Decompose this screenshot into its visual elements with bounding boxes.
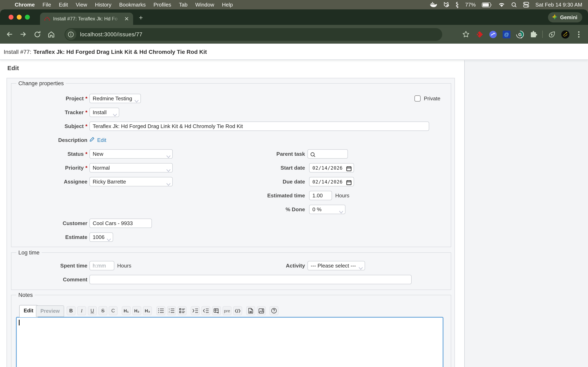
- menu-window[interactable]: Window: [195, 2, 214, 8]
- menu-chrome[interactable]: Chrome: [15, 2, 35, 8]
- done-ratio-select[interactable]: 0 %: [309, 205, 346, 214]
- chrome-menu-icon[interactable]: [574, 30, 583, 39]
- indent-button[interactable]: [191, 306, 200, 315]
- control-center-icon[interactable]: [523, 2, 529, 8]
- description-edit-link[interactable]: Edit: [89, 135, 106, 145]
- spotlight-search-icon[interactable]: [511, 2, 517, 8]
- text-cursor: [19, 320, 19, 325]
- attach-file-button[interactable]: [246, 306, 255, 315]
- docker-icon[interactable]: [430, 2, 437, 8]
- spent-time-input[interactable]: h:mm: [89, 261, 114, 270]
- description-row: Description Edit: [11, 135, 451, 145]
- comment-input[interactable]: [89, 275, 412, 284]
- minimize-window-button[interactable]: [17, 15, 22, 20]
- gemini-button[interactable]: Gemini: [548, 12, 582, 22]
- pencil-icon: [89, 135, 95, 145]
- ordered-list-button[interactable]: 12: [167, 306, 176, 315]
- insert-table-button[interactable]: [212, 306, 221, 315]
- due-date-input[interactable]: 02/14/2026: [309, 177, 354, 186]
- chevron-down-icon: [166, 180, 171, 186]
- bold-button[interactable]: B: [67, 306, 76, 315]
- back-button[interactable]: [2, 30, 16, 38]
- calendar-icon[interactable]: [346, 165, 352, 173]
- start-date-label: Start date: [223, 163, 305, 173]
- menu-edit[interactable]: Edit: [59, 2, 68, 8]
- notes-tab-preview[interactable]: Preview: [36, 305, 64, 317]
- battery-percent: 77%: [465, 2, 476, 8]
- parent-task-input[interactable]: [307, 149, 348, 159]
- menu-view[interactable]: View: [76, 2, 87, 8]
- unordered-list-button[interactable]: [156, 306, 165, 315]
- zoom-window-button[interactable]: [25, 15, 30, 20]
- start-date-input[interactable]: 02/14/2026: [309, 163, 354, 173]
- priority-select[interactable]: Normal: [89, 163, 173, 173]
- menubar-clock[interactable]: Sat Feb 14 9:30 AM: [535, 2, 582, 8]
- notes-tab-edit[interactable]: Edit: [19, 305, 38, 317]
- extension-icon-1[interactable]: [475, 30, 484, 39]
- preformatted-button[interactable]: pre: [223, 306, 232, 315]
- spent-time-row: Spent time h:mm Hours Activity --- Pleas…: [11, 261, 451, 270]
- inline-code-button[interactable]: C: [109, 306, 118, 315]
- chevron-down-icon: [339, 208, 343, 214]
- description-label: Description: [11, 135, 87, 145]
- italic-button[interactable]: I: [77, 306, 86, 315]
- gemini-label: Gemini: [560, 15, 577, 20]
- svg-text:2: 2: [169, 311, 170, 313]
- heading3-button[interactable]: H₃: [143, 306, 152, 315]
- performance-leaf-icon[interactable]: [547, 30, 556, 39]
- toolbar-divider: [542, 31, 543, 38]
- menu-bookmarks[interactable]: Bookmarks: [119, 2, 146, 8]
- assignee-select[interactable]: Ricky Barrette: [89, 177, 173, 186]
- extension-icon-2[interactable]: [488, 30, 497, 39]
- activity-select[interactable]: --- Please select ---: [307, 261, 365, 270]
- new-tab-button[interactable]: +: [139, 14, 143, 21]
- insert-image-button[interactable]: [257, 306, 266, 315]
- strikethrough-button[interactable]: S: [98, 306, 107, 315]
- definition-list-button[interactable]: [178, 306, 187, 315]
- calendar-icon[interactable]: [346, 179, 352, 186]
- issue-title: Teraflex Jk: Hd Forged Drag Link Kit & H…: [33, 48, 207, 55]
- chevron-down-icon: [134, 97, 139, 103]
- menu-history[interactable]: History: [95, 2, 112, 8]
- help-button[interactable]: [269, 306, 278, 315]
- subject-input[interactable]: Teraflex Jk: Hd Forged Drag Link Kit & H…: [89, 122, 429, 131]
- code-block-button[interactable]: [233, 306, 242, 315]
- notes-textarea[interactable]: [16, 317, 443, 367]
- grammarly-icon[interactable]: G: [515, 30, 524, 39]
- tracker-select[interactable]: Install: [89, 108, 119, 117]
- bookmark-star-icon[interactable]: [461, 30, 470, 39]
- tab-close-icon[interactable]: ✕: [123, 16, 130, 22]
- home-button[interactable]: [44, 30, 58, 38]
- comment-label: Comment: [11, 275, 87, 284]
- project-select[interactable]: Redmine Testing: [89, 94, 141, 103]
- heading2-button[interactable]: H₂: [132, 306, 141, 315]
- estimate-select[interactable]: 1006: [89, 233, 113, 242]
- status-select[interactable]: New: [89, 149, 173, 159]
- browser-tab[interactable]: Install #77: Teraflex Jk: Hd Fo ✕: [40, 13, 133, 25]
- address-bar[interactable]: localhost:3000/issues/77: [65, 28, 442, 41]
- menu-profiles[interactable]: Profiles: [154, 2, 171, 8]
- profile-avatar[interactable]: [561, 30, 570, 39]
- reload-button[interactable]: [30, 30, 44, 38]
- outdent-button[interactable]: [201, 306, 210, 315]
- estimated-time-input[interactable]: 1.00: [309, 191, 332, 200]
- heading1-button[interactable]: H₁: [122, 306, 131, 315]
- redmine-favicon: [44, 15, 50, 22]
- menu-file[interactable]: File: [43, 2, 51, 8]
- private-checkbox[interactable]: [415, 95, 421, 101]
- menu-tab[interactable]: Tab: [179, 2, 188, 8]
- menubar-app-icon-2[interactable]: [455, 1, 459, 8]
- site-info-icon[interactable]: [65, 29, 76, 40]
- extension-icon-3[interactable]: @: [502, 30, 511, 39]
- customer-input[interactable]: Cool Cars - 9933: [89, 218, 152, 228]
- menubar-app-icon-1[interactable]: [443, 2, 449, 8]
- menu-help[interactable]: Help: [222, 2, 233, 8]
- close-window-button[interactable]: [9, 15, 13, 20]
- svg-text:G: G: [518, 32, 521, 37]
- extensions-puzzle-icon[interactable]: [529, 30, 538, 39]
- underline-button[interactable]: U: [88, 306, 97, 315]
- subject-label: Subject*: [11, 122, 87, 131]
- wifi-icon[interactable]: [498, 2, 505, 7]
- battery-icon: [482, 2, 492, 7]
- forward-button[interactable]: [16, 30, 30, 38]
